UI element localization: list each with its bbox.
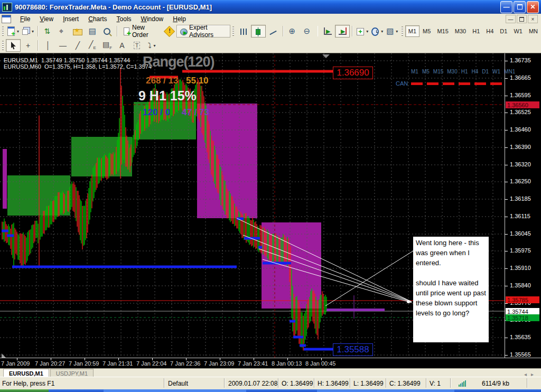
mdi-restore-button[interactable]	[517, 15, 527, 23]
crosshair-icon: +	[26, 42, 30, 49]
data-window-button[interactable]	[100, 25, 115, 38]
windows-taskbar[interactable]	[0, 389, 541, 392]
zoom-in-button[interactable]	[286, 25, 301, 38]
status-low: L: 1.36499	[353, 380, 384, 387]
chart-shift-marker-icon[interactable]	[322, 54, 330, 58]
price-tick-label: 1.36595	[510, 92, 531, 98]
annotation-trendline	[325, 251, 413, 306]
menu-tools[interactable]: Tools	[112, 14, 136, 24]
toolbar-grip[interactable]	[2, 26, 4, 36]
text-button[interactable]: A	[115, 39, 129, 52]
timeframe-h1-button[interactable]: H1	[469, 25, 483, 37]
zoom-out-button[interactable]	[301, 25, 315, 38]
mdi-close-button[interactable]: ×	[528, 15, 538, 23]
auto-scroll-button[interactable]	[320, 25, 335, 38]
price-tick-label: 1.35910	[510, 265, 531, 271]
favorites-button[interactable]	[70, 25, 85, 38]
horizontal-line-button[interactable]: —	[55, 39, 70, 52]
toolbar-grip[interactable]	[232, 26, 234, 36]
new-order-button[interactable]: New Order	[120, 25, 162, 38]
time-tick-label: 8 Jan 00:45	[305, 360, 336, 367]
crosshair-window-button[interactable]	[55, 25, 70, 38]
menu-charts[interactable]: Charts	[83, 14, 111, 24]
line-chart-button[interactable]	[266, 25, 281, 38]
profiles-button[interactable]: ▾	[21, 25, 35, 38]
price-level-tag: 1.35718	[506, 314, 539, 321]
start-button[interactable]	[0, 389, 49, 392]
market-watch-icon	[88, 27, 97, 35]
tf-row-item: M15	[433, 69, 443, 74]
timeframe-m15-button[interactable]: M15	[434, 25, 451, 37]
menu-insert[interactable]: Insert	[58, 14, 83, 24]
timeframe-mn-button[interactable]: MN	[526, 25, 541, 37]
tf-row-item: M30	[447, 69, 457, 74]
price-tick	[505, 113, 508, 113]
price-axis[interactable]: 1.367351.366651.365951.365251.364601.363…	[505, 53, 541, 358]
chart-tab-eurusd-m1[interactable]: EURUSD,M1	[3, 369, 49, 377]
chart-area[interactable]: EURUSD,M1 1.35749 1.35750 1.35744 1.3574…	[0, 53, 541, 369]
timeframe-m1-button[interactable]: M1	[405, 25, 419, 37]
expert-advisors-icon	[180, 29, 188, 35]
arrows-button[interactable]: ⤵▾	[144, 39, 159, 52]
vertical-line-button[interactable]: │	[41, 39, 55, 52]
chart-document-icon	[2, 15, 11, 23]
periods-button[interactable]: ▾	[370, 25, 385, 38]
chart-tab-bar: EURUSD,M1USDJPY,M1 ◂ ▸	[0, 368, 541, 377]
cursor-icon	[10, 42, 17, 50]
menu-file[interactable]: File	[15, 14, 35, 24]
time-axis[interactable]: 7 Jan 20097 Jan 20:277 Jan 20:597 Jan 21…	[0, 358, 541, 369]
tf-row-item: H4	[472, 69, 479, 74]
expert-advisors-button[interactable]: Expert Advisors	[176, 25, 230, 38]
alerts-button[interactable]	[162, 25, 176, 38]
price-tick	[505, 147, 508, 148]
timeframe-m30-button[interactable]: M30	[452, 25, 469, 37]
price-tick	[505, 96, 508, 96]
trade-note-box[interactable]: Went long here - this was green when I e…	[413, 237, 489, 342]
bar-chart-button[interactable]	[236, 25, 251, 38]
chart-tab-usdjpy-m1[interactable]: USDJPY,M1	[50, 369, 94, 377]
crosshair-window-icon	[59, 27, 67, 35]
indicators-button[interactable]: ▾	[355, 25, 370, 38]
timeframe-h4-button[interactable]: H4	[483, 25, 497, 37]
trendline-button[interactable]: ╱	[70, 39, 85, 52]
price-tick	[505, 78, 508, 79]
price-tick-label: 1.36320	[510, 161, 531, 167]
timeframe-m5-button[interactable]: M5	[419, 25, 434, 37]
cursor-button[interactable]	[6, 39, 21, 52]
violet-level-bar	[327, 309, 385, 311]
fibonacci-button[interactable]: ▤F	[100, 39, 115, 52]
mdi-minimize-button[interactable]: —	[506, 15, 516, 23]
chart-shift-icon	[339, 27, 347, 35]
taskbar-window-button[interactable]	[317, 389, 454, 392]
time-tick-label: 7 Jan 20:59	[69, 360, 99, 367]
trade-note-paragraph-2: should I have waited until price went up…	[416, 278, 488, 318]
menu-help[interactable]: Help	[168, 14, 191, 24]
minimize-button[interactable]: —	[500, 1, 512, 13]
templates-button[interactable]: ▾	[385, 25, 399, 38]
menu-window[interactable]: Window	[136, 14, 169, 24]
close-button[interactable]: ✕	[527, 1, 539, 13]
price-tick	[505, 303, 508, 304]
arrows-icon: ⤵	[147, 42, 151, 49]
candlestick-chart-button[interactable]	[251, 25, 266, 38]
range-box-purple-left	[3, 149, 7, 209]
new-chart-button[interactable]: ▾	[6, 25, 21, 38]
maximize-button[interactable]	[514, 1, 526, 13]
indicators-icon	[357, 28, 364, 35]
timeframe-w1-button[interactable]: W1	[510, 25, 526, 37]
status-profile[interactable]: Default	[168, 380, 188, 387]
toolbar-grip[interactable]	[402, 26, 403, 36]
market-watch-button[interactable]	[85, 25, 100, 38]
timeframe-d1-button[interactable]: D1	[497, 25, 510, 37]
crosshair-button[interactable]: +	[21, 39, 35, 52]
menu-view[interactable]: View	[35, 14, 58, 24]
chart-shift-button[interactable]	[335, 25, 350, 38]
price-tick-label: 1.36735	[510, 57, 531, 63]
tick-chart-button[interactable]	[41, 25, 55, 38]
line-chart-icon	[269, 31, 276, 35]
toolbar-grip[interactable]	[2, 41, 4, 50]
text-label-button[interactable]: T	[129, 39, 144, 52]
can-indicator-dashes	[411, 82, 503, 85]
channel-button[interactable]: ╱E	[85, 39, 100, 52]
taskbar-window-button[interactable]	[104, 389, 246, 392]
